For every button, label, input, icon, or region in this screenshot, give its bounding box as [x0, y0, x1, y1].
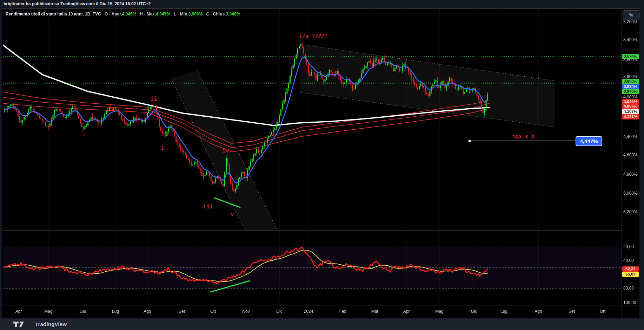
time-tick-Set-5[interactable]: Set	[179, 309, 185, 314]
price-badge-3,574%: 3,574%	[622, 54, 639, 59]
time-tick-Ago-4[interactable]: Ago	[144, 309, 151, 314]
wave-label-i[interactable]: i	[161, 144, 164, 151]
price-badge-3,850%: 3,850%	[622, 79, 639, 84]
time-tick-Lug-15[interactable]: Lug	[500, 309, 507, 314]
time-tick-Apr-0[interactable]: Apr	[15, 309, 22, 314]
ohlc-value-1: 4,045%	[156, 12, 170, 17]
time-tick-2024-9[interactable]: 2024	[304, 309, 313, 314]
pane-separator[interactable]	[2, 230, 622, 231]
ohlc-label-1: H - Max.	[140, 12, 156, 17]
wave-label-iv[interactable]: iv	[222, 147, 229, 154]
price-tick-5,000%: 5,000%	[623, 190, 642, 196]
tradingview-brand-text[interactable]: TradingView	[35, 321, 67, 327]
price-badge-3,940%: 3,940%	[622, 89, 639, 94]
symbol-legend[interactable]: Rendimento titoli di stato Italia 10 ann…	[6, 12, 240, 17]
price-tick-3,400%: 3,400%	[623, 37, 642, 43]
candlestick-chart-canvas[interactable]	[0, 0, 644, 330]
max-x-b-label[interactable]: max x b	[512, 134, 535, 140]
tradingview-logo-icon[interactable]	[13, 321, 32, 328]
time-tick-Mar-11[interactable]: Mar	[371, 309, 379, 314]
tradingview-published-chart: brigitrader ha pubblicato su TradingView…	[0, 0, 644, 330]
time-tick-Lug-3[interactable]: Lug	[112, 309, 119, 314]
ohlc-value-3: 3,940%	[226, 12, 240, 17]
time-tick-Mag-1[interactable]: Mag	[44, 309, 52, 314]
rsi-badge-52,22: 52,22	[622, 266, 639, 272]
ohlc-label-2: L - Min.	[174, 12, 188, 17]
time-tick-Mag-13[interactable]: Mag	[435, 309, 443, 314]
time-tick-Giu-14[interactable]: Giu	[471, 309, 478, 314]
price-tick-3,200%: 3,200%	[623, 19, 642, 25]
rsi-tick-80,00: 80,00	[623, 285, 642, 291]
wave-label-ii[interactable]: ii	[150, 96, 157, 102]
percent-scale-button[interactable]: %	[623, 10, 639, 20]
rsi-tick-40,00: 40,00	[623, 258, 642, 263]
price-tick-4,400%: 4,400%	[623, 134, 642, 140]
rsi-tick-20,00: 20,00	[623, 244, 642, 250]
rsi-tick-100,00: 100,00	[623, 300, 642, 305]
wave-label-v[interactable]: v	[231, 211, 234, 218]
right-margin	[639, 8, 644, 318]
price-tick-4,600%: 4,600%	[623, 152, 642, 158]
time-tick-Feb-10[interactable]: Feb	[339, 309, 347, 314]
time-tick-Apr-12[interactable]: Apr	[403, 309, 410, 314]
ohlc-label-3: C - Chius.	[206, 12, 226, 17]
price-badge-3,934%: 3,934%	[622, 84, 639, 89]
time-tick-Set-17[interactable]: Set	[569, 309, 575, 314]
wave-label-iii[interactable]: iii	[203, 203, 213, 210]
rsi-badge-55,07: 55,07	[622, 272, 639, 277]
price-badge-4,107%: 4,107%	[622, 109, 639, 114]
ohlc-label-0: O - Aper.	[105, 12, 122, 17]
ohlc-values: O - Aper.4,045%H - Max.4,045%L - Min.3,9…	[101, 12, 240, 17]
price-axis-border	[622, 8, 622, 318]
price-tick-5,200%: 5,200%	[623, 209, 642, 215]
footer-bar: TradingView	[0, 318, 644, 330]
target-price-flag[interactable]: 4,447%	[576, 136, 602, 146]
ohlc-value-2: 3,906%	[188, 12, 203, 17]
time-tick-Nov-7[interactable]: Nov	[242, 309, 250, 314]
time-tick-Ago-16[interactable]: Ago	[535, 309, 542, 314]
time-tick-Dic-8[interactable]: Dic	[276, 309, 282, 314]
price-badge-4,065%: 4,065%	[622, 104, 639, 109]
wave-label-ia[interactable]: i/a ?????	[299, 33, 327, 39]
time-tick-Giu-2[interactable]: Giu	[80, 309, 86, 314]
symbol-title: Rendimento titoli di stato Italia 10 ann…	[6, 12, 101, 17]
price-badge-4,121%: 4,121%	[622, 114, 639, 119]
time-axis-border	[2, 305, 639, 305]
price-tick-4,800%: 4,800%	[623, 172, 642, 177]
ohlc-value-0: 4,045%	[122, 12, 137, 17]
time-tick-Ott-6[interactable]: Ott	[210, 309, 216, 314]
time-tick-Ott-18[interactable]: Ott	[600, 309, 605, 314]
